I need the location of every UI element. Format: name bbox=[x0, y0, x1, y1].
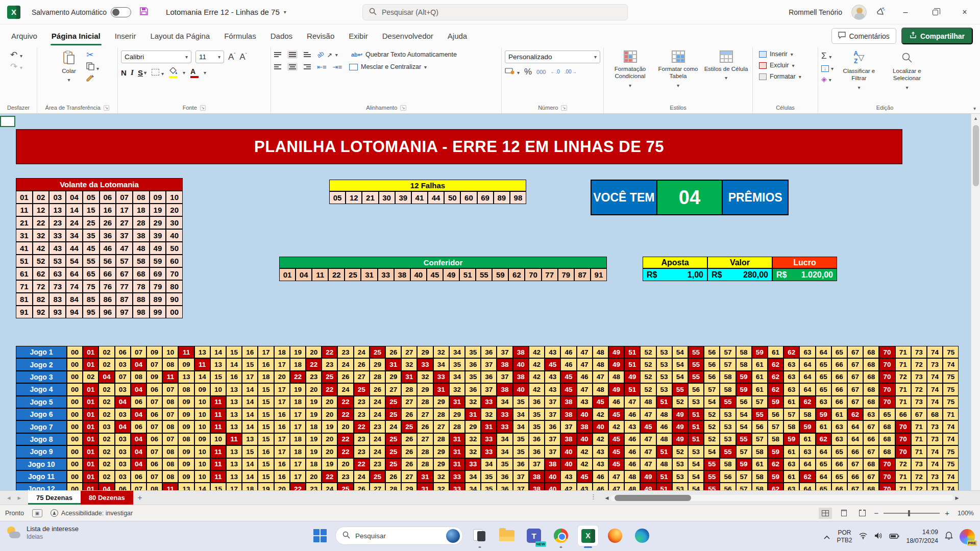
ribbon-tab-arquivo[interactable]: Arquivo bbox=[5, 28, 43, 44]
volante-cell[interactable]: 36 bbox=[100, 229, 116, 242]
game-cell[interactable]: 16 bbox=[242, 346, 258, 358]
game-cell-hit[interactable]: 33 bbox=[497, 408, 512, 420]
game-cell[interactable]: 42 bbox=[577, 458, 593, 470]
game-cell-hit[interactable]: 55 bbox=[688, 358, 704, 370]
game-cell[interactable]: 09 bbox=[146, 346, 162, 358]
game-cell-hit[interactable]: 62 bbox=[783, 346, 799, 358]
increase-decimal-icon[interactable]: ←.0 bbox=[550, 69, 559, 74]
game-cell-hit[interactable]: 51 bbox=[688, 433, 704, 445]
volante-cell[interactable]: 37 bbox=[116, 229, 133, 242]
game-cell[interactable]: 20 bbox=[322, 433, 337, 445]
game-cell[interactable]: 48 bbox=[624, 483, 640, 490]
game-cell[interactable]: 74 bbox=[943, 433, 959, 445]
volante-cell[interactable]: 92 bbox=[33, 306, 50, 318]
game-cell[interactable]: 54 bbox=[672, 346, 688, 358]
game-cell-hit[interactable]: 04 bbox=[115, 420, 131, 433]
volante-cell[interactable]: 32 bbox=[33, 229, 50, 242]
format-cells-button[interactable]: Formatar▾ bbox=[759, 73, 801, 80]
game-cell[interactable]: 71 bbox=[895, 396, 911, 408]
game-cell[interactable]: 68 bbox=[879, 420, 895, 433]
game-cell[interactable]: 07 bbox=[131, 346, 146, 358]
game-cell[interactable]: 14 bbox=[242, 420, 258, 433]
game-cell[interactable]: 24 bbox=[337, 358, 353, 370]
game-cell-hit[interactable]: 31 bbox=[449, 433, 465, 445]
game-cell[interactable]: 53 bbox=[672, 483, 688, 490]
game-cell[interactable]: 16 bbox=[258, 445, 274, 458]
game-cell-hit[interactable]: 31 bbox=[449, 458, 465, 470]
volante-cell[interactable]: 30 bbox=[166, 216, 183, 229]
game-cell[interactable]: 20 bbox=[274, 483, 290, 490]
game-cell[interactable]: 06 bbox=[131, 470, 146, 483]
game-cell-hit[interactable]: 11 bbox=[162, 483, 178, 490]
game-cell[interactable]: 72 bbox=[911, 483, 927, 490]
game-cell[interactable]: 26 bbox=[401, 445, 417, 458]
game-cell[interactable]: 02 bbox=[99, 445, 114, 458]
task-view-button[interactable] bbox=[470, 525, 490, 546]
game-cell[interactable]: 28 bbox=[370, 371, 385, 383]
game-cell[interactable]: 36 bbox=[513, 458, 529, 470]
game-cell[interactable]: 73 bbox=[927, 483, 943, 490]
game-cell[interactable]: 58 bbox=[783, 420, 799, 433]
game-cell[interactable]: 23 bbox=[354, 396, 370, 408]
game-cell[interactable]: 09 bbox=[178, 358, 194, 370]
game-cell[interactable]: 47 bbox=[640, 408, 656, 420]
game-cell[interactable]: 74 bbox=[927, 458, 943, 470]
game-cell[interactable]: 08 bbox=[162, 445, 178, 458]
game-cell[interactable]: 28 bbox=[417, 458, 433, 470]
game-cell-hit[interactable]: 04 bbox=[131, 458, 146, 470]
game-cell-hit[interactable]: 62 bbox=[768, 483, 783, 490]
game-cell[interactable]: 32 bbox=[433, 483, 449, 490]
game-cell-hit[interactable]: 51 bbox=[656, 396, 672, 408]
game-cell-hit[interactable]: 38 bbox=[560, 433, 576, 445]
volante-cell[interactable]: 02 bbox=[33, 191, 50, 204]
game-cell[interactable]: 56 bbox=[704, 371, 720, 383]
teams-icon[interactable]: NEW bbox=[524, 525, 544, 546]
game-cell-hit[interactable]: 70 bbox=[879, 371, 895, 383]
game-label[interactable]: Jogo 11 bbox=[16, 470, 67, 483]
game-cell[interactable]: 53 bbox=[656, 346, 672, 358]
merge-center-button[interactable]: Mesclar e Centralizar ▾ bbox=[349, 63, 427, 70]
game-cell[interactable]: 52 bbox=[672, 396, 688, 408]
game-cell[interactable]: 47 bbox=[640, 458, 656, 470]
game-cell[interactable]: 47 bbox=[640, 445, 656, 458]
game-cell[interactable]: 13 bbox=[226, 445, 242, 458]
game-label[interactable]: Jogo 10 bbox=[16, 458, 67, 470]
game-cell[interactable]: 23 bbox=[306, 371, 322, 383]
game-cell-hit[interactable]: 62 bbox=[799, 396, 815, 408]
bold-button[interactable]: N bbox=[121, 68, 127, 77]
megaphone-icon[interactable] bbox=[876, 7, 886, 18]
game-cell[interactable]: 27 bbox=[370, 483, 385, 490]
volante-cell[interactable]: 19 bbox=[150, 204, 166, 216]
game-cell-hit[interactable]: 25 bbox=[370, 346, 385, 358]
volante-cell[interactable]: 23 bbox=[49, 216, 66, 229]
falha-cell[interactable]: 30 bbox=[379, 191, 395, 204]
game-cell[interactable]: 54 bbox=[704, 445, 720, 458]
paste-button[interactable]: Colar ▾ bbox=[56, 51, 82, 84]
game-cell[interactable]: 00 bbox=[67, 433, 83, 445]
game-cell[interactable]: 14 bbox=[242, 396, 258, 408]
notifications-bell-icon[interactable] bbox=[945, 532, 953, 542]
game-cell[interactable]: 46 bbox=[593, 483, 608, 490]
sheet-tab-80-dezenas[interactable]: 80 Dezenas bbox=[81, 491, 133, 505]
game-cell[interactable]: 54 bbox=[688, 458, 704, 470]
conferidor-cell[interactable]: 51 bbox=[459, 268, 476, 281]
format-as-table-button[interactable]: Formatar como Tabela▾ bbox=[656, 51, 700, 89]
game-cell[interactable]: 13 bbox=[178, 371, 194, 383]
game-cell[interactable]: 54 bbox=[736, 420, 752, 433]
game-cell-hit[interactable]: 01 bbox=[83, 445, 99, 458]
game-cell[interactable]: 54 bbox=[672, 371, 688, 383]
game-cell[interactable]: 20 bbox=[322, 396, 337, 408]
game-cell[interactable]: 48 bbox=[656, 408, 672, 420]
clear-icon[interactable]: ◈ ▾ bbox=[821, 76, 831, 83]
comments-button[interactable]: Comentários bbox=[831, 28, 896, 44]
game-cell-hit[interactable]: 11 bbox=[210, 420, 226, 433]
restore-button[interactable] bbox=[925, 2, 945, 22]
volante-cell[interactable]: 77 bbox=[116, 280, 133, 293]
conditional-formatting-button[interactable]: Formatação Condicional▾ bbox=[608, 51, 652, 89]
game-cell-hit[interactable]: 62 bbox=[816, 433, 831, 445]
game-cell[interactable]: 67 bbox=[863, 445, 879, 458]
game-cell-hit[interactable]: 33 bbox=[417, 358, 433, 370]
game-cell[interactable]: 57 bbox=[752, 433, 768, 445]
volante-cell[interactable]: 42 bbox=[33, 242, 50, 255]
ribbon-tab-fórmulas[interactable]: Fórmulas bbox=[218, 28, 262, 44]
